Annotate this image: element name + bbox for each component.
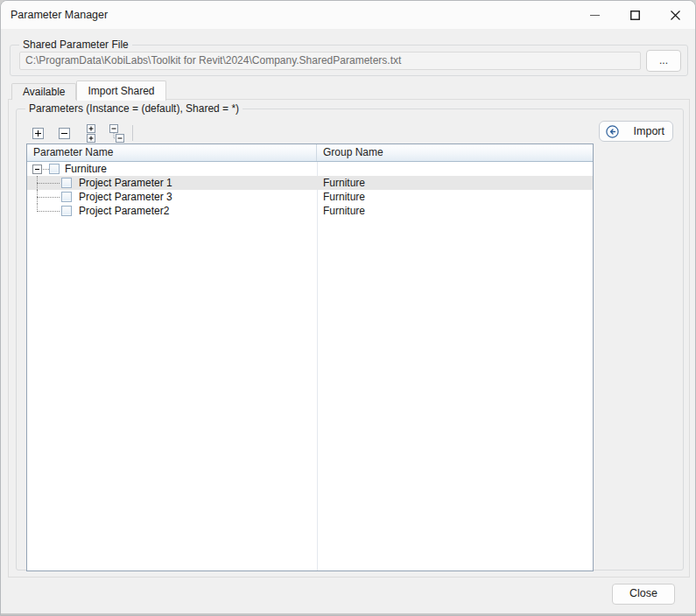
checkbox-project-parameter-3[interactable] [61,192,72,202]
expand-all-icon [85,124,96,143]
shared-parameter-path-field[interactable]: C:\ProgramData\KobiLabs\Toolkit for Revi… [19,52,641,70]
import-shared-tabpage: Parameters (Instance = (default), Shared… [8,99,690,578]
maximize-button[interactable] [615,1,655,29]
tree-connector [37,183,60,184]
tree-row-project-parameter-3[interactable]: Project Parameter 3 Furniture [27,190,593,204]
tree-row-project-parameter2[interactable]: Project Parameter2 Furniture [27,204,593,218]
tab-import-shared[interactable]: Import Shared [76,80,165,101]
tree-toolbar [26,122,591,144]
shared-parameter-file-label: Shared Parameter File [19,38,132,51]
import-arrow-icon [606,125,619,138]
collapse-icon [59,128,70,139]
table-header: Parameter Name Group Name [27,144,593,162]
close-button-titlebar[interactable] [655,1,695,29]
titlebar: Parameter Manager [1,1,695,29]
minimize-button[interactable] [574,1,615,29]
checkbox-project-parameter2[interactable] [61,206,72,216]
checkbox-project-parameter-1[interactable] [61,178,72,188]
collapse-all-icon [109,124,124,143]
parameters-group-label: Parameters (Instance = (default), Shared… [25,102,243,115]
maximize-icon [630,10,640,20]
group-name-cell: Furniture [317,176,593,190]
column-header-parameter-name[interactable]: Parameter Name [27,144,317,161]
close-icon [671,10,680,20]
import-button[interactable]: Import [599,121,673,142]
group-name-cell: Furniture [317,204,593,218]
tab-strip: Available Import Shared [11,80,166,100]
tree-row-furniture[interactable]: Furniture [27,162,593,176]
import-button-label: Import [634,125,664,137]
minimize-icon [590,10,600,20]
toolbar-separator [132,125,133,141]
tree-connector [37,197,60,198]
tree-expander-icon[interactable] [32,164,42,174]
tree-row-label: Project Parameter 1 [79,177,172,189]
tree-row-label: Project Parameter 3 [79,191,172,203]
tree-row-label: Furniture [65,163,107,175]
caption-buttons [574,1,695,29]
column-divider [317,162,318,570]
tree-connector [37,211,60,212]
collapse-button[interactable] [55,123,73,143]
expand-icon [32,128,44,139]
checkbox-furniture[interactable] [49,164,60,174]
window-title: Parameter Manager [11,9,108,21]
column-header-group-name[interactable]: Group Name [317,144,593,161]
tree-connector [43,169,49,170]
parameters-tree-table: Parameter Name Group Name Furniture [26,144,594,571]
collapse-all-button[interactable] [108,123,125,143]
group-name-cell [317,162,593,176]
tree-row-label: Project Parameter2 [79,205,169,217]
dialog-bottom-edge [1,613,695,615]
tree-row-project-parameter-1[interactable]: Project Parameter 1 Furniture [27,176,593,190]
close-button[interactable]: Close [612,584,675,605]
dialog-footer: Close [1,576,695,615]
parameters-group: Parameters (Instance = (default), Shared… [16,108,684,570]
group-name-cell: Furniture [317,190,593,204]
expand-all-button[interactable] [81,123,99,143]
expand-button[interactable] [29,123,46,143]
parameter-manager-dialog: Parameter Manager Shared Parameter File … [0,0,696,616]
browse-button[interactable]: ... [646,50,681,72]
tab-available[interactable]: Available [11,83,76,100]
shared-parameter-file-group: Shared Parameter File C:\ProgramData\Kob… [10,45,688,76]
